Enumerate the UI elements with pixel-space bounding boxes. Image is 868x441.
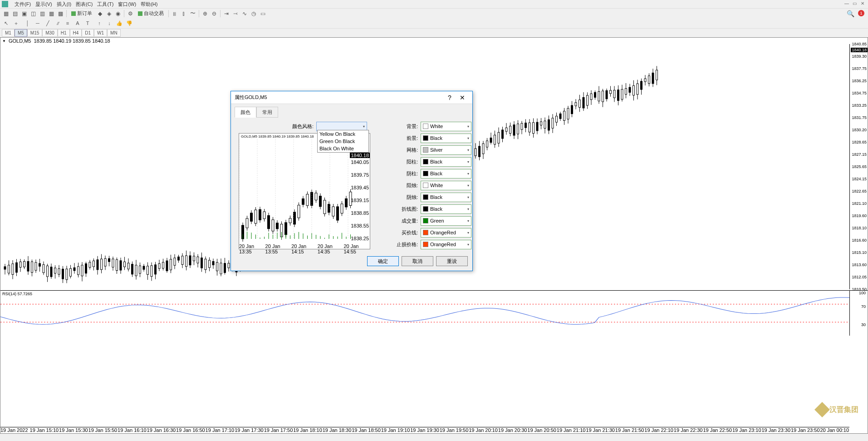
fibonacci-icon[interactable]: ≡	[64, 19, 72, 27]
thumbs-up-icon[interactable]: 👍	[115, 19, 123, 27]
svg-rect-109	[212, 262, 214, 265]
text-label-icon[interactable]: T	[83, 19, 92, 27]
timeframe-H4[interactable]: H4	[70, 29, 82, 37]
scheme-option[interactable]: Green On Black	[318, 138, 368, 145]
svg-rect-101	[197, 257, 199, 263]
data-window-icon[interactable]: ◫	[29, 10, 37, 18]
timeframe-M1[interactable]: M1	[2, 29, 15, 37]
menu-insert[interactable]: 插入(I)	[57, 1, 71, 8]
terminal-icon[interactable]: ▦	[47, 10, 55, 18]
text-icon[interactable]: A	[74, 19, 82, 27]
new-chart-icon[interactable]: ▦	[2, 10, 10, 18]
cursor-icon[interactable]: ↖	[2, 19, 10, 27]
color-value: OrangeRed	[430, 230, 456, 235]
menu-view[interactable]: 显示(V)	[35, 1, 52, 8]
templates-icon[interactable]: ▭	[259, 10, 267, 18]
dialog-titlebar[interactable]: 属性GOLD,M5 ? ✕	[231, 91, 472, 104]
svg-rect-57	[112, 259, 114, 267]
tab-color[interactable]: 颜色	[235, 107, 256, 118]
color-select[interactable]: OrangeRed▾	[421, 240, 471, 249]
search-icon[interactable]: 🔍	[847, 10, 854, 17]
expert-advisors-icon[interactable]: ⚙	[126, 10, 134, 18]
rsi-panel[interactable]: RSI(14) 57.7265	[0, 290, 849, 336]
zoom-in-icon[interactable]: ⊕	[201, 10, 209, 18]
color-select[interactable]: Silver▾	[421, 145, 471, 155]
cancel-button[interactable]: 取消	[402, 256, 433, 266]
bar-chart-icon[interactable]: ⫼	[171, 10, 179, 18]
channel-icon[interactable]: ⫽	[54, 19, 62, 27]
ok-button[interactable]: 确定	[367, 256, 399, 266]
timeframe-M30[interactable]: M30	[42, 29, 57, 37]
signals-icon[interactable]: ◈	[105, 10, 113, 18]
close-icon[interactable]: ✕	[861, 1, 866, 6]
color-value: Black	[430, 159, 442, 164]
profiles-icon[interactable]: ▤	[11, 10, 19, 18]
new-order-button[interactable]: 新订单	[69, 10, 95, 18]
menu-chart[interactable]: 图表(C)	[76, 1, 93, 8]
tab-general[interactable]: 常用	[256, 107, 278, 118]
zoom-out-icon[interactable]: ⊖	[210, 10, 218, 18]
close-icon[interactable]: ✕	[456, 91, 469, 104]
chart-shift-icon[interactable]: ⤙	[231, 10, 240, 18]
line-chart-icon[interactable]: 〜	[189, 10, 197, 18]
chevron-down-icon: ▾	[467, 207, 469, 211]
arrow-down-icon[interactable]: ↓	[105, 19, 113, 27]
menu-tools[interactable]: 工具(T)	[97, 1, 113, 8]
color-select[interactable]: Green▾	[421, 216, 471, 226]
maximize-icon[interactable]: ▭	[853, 1, 858, 6]
color-field-label: 阳烛:	[394, 182, 418, 189]
crosshair-icon[interactable]: ＋	[12, 19, 20, 27]
vertical-line-icon[interactable]: │	[24, 19, 32, 27]
navigator-icon[interactable]: ▥	[38, 10, 46, 18]
auto-trading-button[interactable]: 自动交易	[135, 10, 167, 18]
color-select[interactable]: White▾	[421, 122, 471, 131]
color-select[interactable]: Black▾	[421, 169, 471, 178]
timeframe-M15[interactable]: M15	[27, 29, 42, 37]
scheme-option[interactable]: Black On White	[318, 145, 368, 152]
auto-scroll-icon[interactable]: ⇥	[222, 10, 230, 18]
menu-file[interactable]: 文件(F)	[15, 1, 31, 8]
horizontal-line-icon[interactable]: ─	[34, 19, 42, 27]
timeframe-W1[interactable]: W1	[94, 29, 107, 37]
trendline-icon[interactable]: ╱	[44, 19, 52, 27]
thumbs-down-icon[interactable]: 👎	[125, 19, 133, 27]
color-select[interactable]: OrangeRed▾	[421, 228, 471, 238]
metaquotes-icon[interactable]: ◆	[96, 10, 104, 18]
color-select[interactable]: Black▾	[421, 157, 471, 167]
svg-rect-89	[174, 258, 176, 265]
timeframe-D1[interactable]: D1	[82, 29, 94, 37]
market-watch-icon[interactable]: ▣	[20, 10, 28, 18]
reset-button[interactable]: 重设	[436, 256, 468, 266]
menu-help[interactable]: 帮助(H)	[141, 1, 157, 8]
help-icon[interactable]: ?	[443, 91, 456, 104]
timeframe-H1[interactable]: H1	[58, 29, 70, 37]
color-field-label: 阴烛:	[394, 194, 418, 201]
rsi-tick: 70	[861, 304, 866, 309]
svg-rect-307	[594, 92, 596, 97]
minimize-icon[interactable]: —	[844, 1, 850, 6]
svg-rect-25	[50, 267, 52, 277]
indicators-icon[interactable]: ∿	[240, 10, 249, 18]
strategy-tester-icon[interactable]: ▩	[56, 10, 64, 18]
price-tick: 1819.60	[852, 213, 867, 218]
svg-rect-335	[648, 76, 650, 84]
candle-chart-icon[interactable]: ⫿	[180, 10, 188, 18]
color-select[interactable]: Black▾	[421, 134, 471, 143]
time-tick: 19 Jan 18:50	[352, 427, 381, 433]
timeframe-M5[interactable]: M5	[15, 29, 27, 37]
color-select[interactable]: Black▾	[421, 193, 471, 202]
market-icon[interactable]: ◉	[114, 10, 122, 18]
window-controls: — ▭ ✕	[844, 1, 866, 6]
svg-rect-329	[637, 84, 638, 94]
svg-rect-303	[587, 95, 588, 105]
color-select[interactable]: Black▾	[421, 204, 471, 214]
scheme-option[interactable]: Yellow On Black	[318, 130, 368, 138]
timeframe-MN[interactable]: MN	[107, 29, 121, 37]
color-select[interactable]: White▾	[421, 181, 471, 190]
menu-window[interactable]: 窗口(W)	[118, 1, 136, 8]
color-field-label: 阴柱:	[394, 170, 418, 177]
notification-badge[interactable]: 1	[858, 10, 864, 16]
periods-icon[interactable]: ◷	[250, 10, 258, 18]
arrow-up-icon[interactable]: ↑	[95, 19, 103, 27]
chart-dropdown-icon[interactable]: ▼	[2, 39, 6, 43]
